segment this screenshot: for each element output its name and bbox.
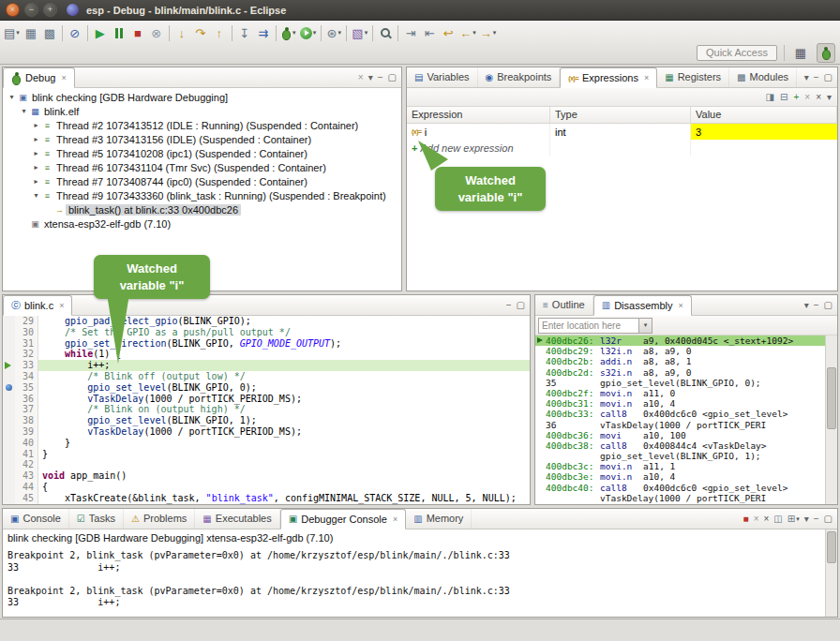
last-edit-location-button[interactable]: ↩ <box>439 23 458 43</box>
view-menu-icon[interactable]: ▾ <box>804 514 809 524</box>
remove-all-terminated-icon[interactable]: × <box>358 73 364 82</box>
remove-expression-icon[interactable]: × <box>804 93 810 102</box>
annotation-ruler-cell[interactable] <box>3 349 15 360</box>
code-text[interactable]: gpio_pad_select_gpio(BLINK_GPIO); <box>38 316 530 327</box>
maximize-icon[interactable]: ▢ <box>517 301 525 310</box>
code-text[interactable]: } <box>38 438 530 449</box>
expander-expanded-icon[interactable]: ▾ <box>7 93 17 101</box>
location-input[interactable] <box>539 319 638 333</box>
debug-perspective-button[interactable] <box>817 43 835 63</box>
breakpoint-icon[interactable] <box>6 384 12 391</box>
tree-item[interactable]: ▸≡Thread #3 1073413156 (IDLE) (Suspended… <box>3 132 401 146</box>
tab-outline[interactable]: ≡Outline <box>535 295 593 315</box>
code-text[interactable]: { <box>38 482 530 493</box>
maximize-icon[interactable]: ▢ <box>824 73 832 82</box>
tab-executables[interactable]: ▦Executables <box>195 509 279 529</box>
code-text[interactable]: xTaskCreate(&blink_task, "blink_task", c… <box>38 493 530 504</box>
disassembly-scrollbar[interactable] <box>825 335 837 504</box>
minimize-icon[interactable]: − <box>506 301 512 310</box>
annotation-ruler-cell[interactable] <box>3 394 15 405</box>
tab-problems[interactable]: ⚠Problems <box>124 509 195 529</box>
console-output[interactable]: blink checking [GDB Hardware Debugging] … <box>3 529 837 617</box>
remove-all-launches-icon[interactable]: × <box>763 514 769 524</box>
annotation-ruler-cell[interactable] <box>3 316 15 327</box>
save-button[interactable]: ▦ <box>22 23 40 43</box>
code-text[interactable]: gpio_set_direction(BLINK_GPIO, GPIO_MODE… <box>38 338 530 350</box>
tab-close-icon[interactable]: × <box>679 301 683 310</box>
scrollbar-thumb[interactable] <box>827 367 836 429</box>
debug-button[interactable]: ▾ <box>279 23 298 43</box>
minimize-icon[interactable]: − <box>814 73 819 82</box>
tab-variables[interactable]: ▤Variables <box>407 67 478 87</box>
editor-code-area[interactable]: 29 gpio_pad_select_gpio(BLINK_GPIO);30 /… <box>3 316 530 504</box>
expression-row[interactable]: (x)=iint3 <box>407 124 837 140</box>
annotation-ruler-cell[interactable] <box>3 338 15 350</box>
code-text[interactable]: gpio_set_level(BLINK_GPIO, 1); <box>38 415 530 426</box>
code-text[interactable]: } <box>38 449 530 460</box>
tab-close-icon[interactable]: × <box>61 73 66 82</box>
expander-expanded-icon[interactable]: ▾ <box>31 191 41 200</box>
code-text[interactable]: /* Blink on (output high) */ <box>38 404 530 415</box>
window-maximize-button[interactable]: + <box>43 3 57 17</box>
annotation-ruler-cell[interactable] <box>3 404 15 415</box>
drop-to-frame-button[interactable]: ↧ <box>235 23 254 43</box>
code-text[interactable]: void app_main() <box>38 470 530 482</box>
code-text[interactable]: vTaskDelay(1000 / portTICK_PERIOD_MS); <box>38 426 530 438</box>
column-header-expression[interactable]: Expression <box>407 107 550 123</box>
annotation-ruler-cell[interactable] <box>3 493 15 504</box>
view-menu-icon[interactable]: ▾ <box>827 93 832 102</box>
back-button[interactable]: ←▾ <box>458 23 478 43</box>
minimize-icon[interactable]: − <box>814 301 819 310</box>
tree-item[interactable]: ▸≡Thread #7 1073408744 (ipc0) (Suspended… <box>3 174 401 188</box>
annotation-ruler-cell[interactable] <box>3 459 15 470</box>
annotation-ruler-cell[interactable] <box>3 382 15 394</box>
window-close-button[interactable]: × <box>6 3 20 17</box>
save-all-button[interactable]: ▩ <box>40 23 59 43</box>
quick-access-box[interactable]: Quick Access <box>697 45 777 61</box>
tab-blink-c[interactable]: ⓒblink.c× <box>3 295 72 316</box>
annotation-ruler-cell[interactable] <box>3 371 15 382</box>
annotation-ruler-cell[interactable] <box>3 415 15 426</box>
maximize-icon[interactable]: ▢ <box>824 514 832 524</box>
previous-annotation-button[interactable]: ⇤ <box>420 23 439 43</box>
annotation-ruler-cell[interactable] <box>3 360 15 371</box>
tab-console[interactable]: ▣Console <box>3 509 69 529</box>
console-scrollbar[interactable] <box>825 529 837 617</box>
terminate-console-icon[interactable]: ■ <box>743 514 749 524</box>
search-button[interactable] <box>376 23 395 43</box>
annotation-ruler-cell[interactable] <box>3 482 15 493</box>
expander-collapsed-icon[interactable]: ▸ <box>31 135 41 143</box>
remove-launch-icon[interactable]: × <box>754 514 759 524</box>
open-perspective-button[interactable]: ▦ <box>791 43 810 63</box>
collapse-all-icon[interactable]: ⊟ <box>780 93 788 102</box>
tab-memory[interactable]: ▥Memory <box>406 509 472 529</box>
view-menu-icon[interactable]: ▾ <box>804 73 809 82</box>
scrollbar-thumb[interactable] <box>827 531 836 563</box>
suspend-button[interactable] <box>110 23 128 43</box>
code-text[interactable]: vTaskDelay(1000 / portTICK_PERIOD_MS); <box>38 394 530 405</box>
annotation-ruler-cell[interactable] <box>3 470 15 482</box>
skip-all-breakpoints-button[interactable]: ⊘ <box>66 23 84 43</box>
code-text[interactable]: /* Set the GPIO as a push/pull output */ <box>38 327 530 338</box>
tab-close-icon[interactable]: × <box>59 301 64 310</box>
show-type-names-icon[interactable]: ◨ <box>766 93 774 102</box>
tree-item[interactable]: ▸≡Thread #2 1073413512 (IDLE : Running) … <box>3 118 401 132</box>
annotation-ruler-cell[interactable] <box>3 438 15 449</box>
step-into-button[interactable]: ↓ <box>172 23 191 43</box>
run-button[interactable]: ▾ <box>298 23 319 43</box>
view-menu-icon[interactable]: ▾ <box>368 73 373 82</box>
tab-close-icon[interactable]: × <box>644 73 649 82</box>
minimize-icon[interactable]: − <box>814 514 819 524</box>
tree-item[interactable]: ▸≡Thread #6 1073431104 (Tmr Svc) (Suspen… <box>3 160 401 174</box>
expander-collapsed-icon[interactable]: ▸ <box>31 177 41 186</box>
forward-button[interactable]: →▾ <box>478 23 499 43</box>
annotation-ruler-cell[interactable] <box>3 426 15 438</box>
minimize-icon[interactable]: − <box>378 73 383 82</box>
tree-item[interactable]: ▣xtensa-esp32-elf-gdb (7.10) <box>3 216 401 231</box>
disassembly-lines[interactable]: 400dbc26:l32ra9, 0x400d045c <_stext+1092… <box>535 335 837 504</box>
annotation-ruler-cell[interactable] <box>3 449 15 460</box>
tree-item[interactable]: →blink_task() at blink.c:33 0x400dbc26 <box>3 202 401 216</box>
code-text[interactable]: gpio_set_level(BLINK_GPIO, 0); <box>38 382 530 394</box>
column-header-type[interactable]: Type <box>550 107 691 123</box>
tree-item[interactable]: ▾▦blink.elf <box>3 104 401 118</box>
